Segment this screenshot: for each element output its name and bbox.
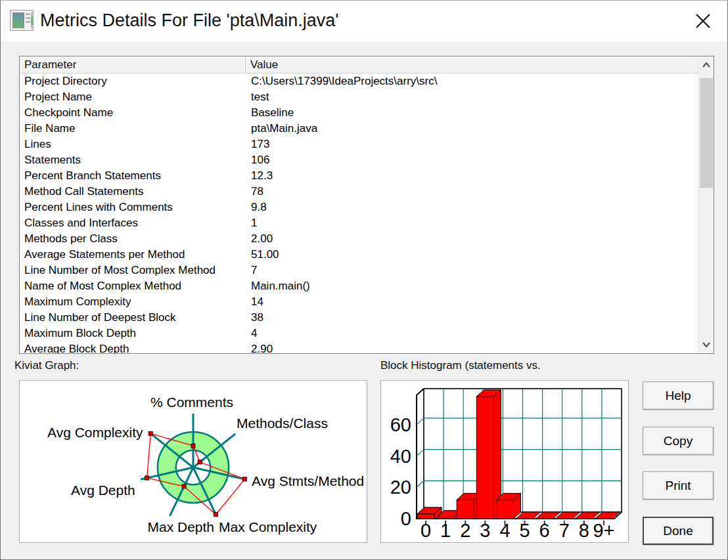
value-cell: 2.90: [251, 341, 273, 353]
kiviat-graph-label: Kiviat Graph:: [14, 359, 79, 372]
table-row: Lines173: [20, 137, 698, 152]
metrics-details-dialog: Metrics Details For File 'pta\Main.java'…: [0, 0, 728, 560]
parameter-cell: Checkpoint Name: [24, 105, 113, 121]
value-cell: Main.main(): [251, 278, 310, 294]
parameter-cell: Line Number of Most Complex Method: [24, 263, 216, 278]
table-row: Project DirectoryC:\Users\17399\IdeaProj…: [20, 74, 698, 89]
table-row: Line Number of Most Complex Method7: [20, 263, 698, 278]
table-header: Parameter Value: [20, 56, 698, 74]
table-row: Average Statements per Method51.00: [20, 247, 698, 263]
close-icon: [693, 11, 713, 31]
table-row: Percent Lines with Comments9.8: [20, 200, 698, 215]
svg-text:4: 4: [499, 520, 510, 541]
table-row: Statements106: [20, 152, 698, 168]
value-cell: 14: [251, 294, 263, 310]
value-cell: 106: [251, 152, 269, 168]
value-cell: 173: [251, 137, 269, 152]
parameter-cell: Project Name: [24, 89, 92, 105]
table-row: Checkpoint NameBaseline: [20, 105, 698, 121]
app-icon-bar: [31, 12, 33, 29]
value-column-header[interactable]: Value: [246, 56, 698, 73]
table-row: Line Number of Deepest Block38: [20, 310, 698, 326]
svg-text:40: 40: [390, 446, 411, 467]
svg-text:Max Complexity: Max Complexity: [219, 519, 317, 534]
svg-text:1: 1: [440, 520, 451, 541]
chevron-up-icon: [702, 62, 711, 68]
print-button[interactable]: Print: [643, 471, 714, 500]
metrics-table[interactable]: Parameter Value Project DirectoryC:\User…: [19, 56, 714, 354]
parameter-cell: Methods per Class: [24, 231, 118, 247]
parameter-cell: Method Call Statements: [24, 184, 143, 200]
svg-text:Avg Depth: Avg Depth: [71, 483, 135, 498]
value-cell: Baseline: [251, 105, 294, 121]
scrollbar-thumb[interactable]: [700, 78, 713, 188]
svg-text:0: 0: [421, 520, 431, 541]
table-row: File Namepta\Main.java: [20, 121, 698, 137]
svg-text:Avg Stmts/Method: Avg Stmts/Method: [252, 473, 364, 488]
parameter-cell: File Name: [24, 121, 75, 137]
table-row: Maximum Block Depth4: [20, 326, 698, 341]
value-cell: 7: [251, 263, 257, 278]
kiviat-radar-chart: % CommentsMethods/ClassAvg Stmts/MethodM…: [20, 381, 367, 542]
table-row: Project Nametest: [20, 89, 698, 105]
svg-text:2: 2: [460, 520, 470, 541]
svg-text:8: 8: [579, 520, 589, 541]
svg-text:60: 60: [390, 414, 411, 435]
value-cell: 2.00: [251, 231, 273, 247]
parameter-cell: Lines: [24, 137, 51, 152]
value-cell: test: [251, 89, 269, 105]
value-cell: 9.8: [251, 200, 267, 215]
done-button[interactable]: Done: [643, 517, 714, 545]
table-row: Maximum Complexity14: [20, 294, 698, 310]
svg-text:Methods/Class: Methods/Class: [237, 416, 328, 431]
value-cell: 78: [251, 184, 263, 200]
value-cell: 12.3: [251, 168, 273, 184]
table-row: Average Block Depth2.90: [20, 341, 698, 353]
table-row: Percent Branch Statements12.3: [20, 168, 698, 184]
svg-text:% Comments: % Comments: [150, 395, 233, 410]
parameter-column-header[interactable]: Parameter: [20, 56, 246, 73]
window-title: Metrics Details For File 'pta\Main.java': [40, 11, 338, 31]
svg-text:6: 6: [539, 520, 550, 541]
parameter-cell: Maximum Complexity: [24, 294, 131, 310]
value-cell: C:\Users\17399\IdeaProjects\arry\src\: [251, 74, 437, 89]
scroll-up-button[interactable]: [698, 56, 714, 74]
value-cell: 1: [251, 215, 257, 231]
close-button[interactable]: [691, 9, 716, 33]
vertical-scrollbar[interactable]: [698, 56, 714, 353]
table-row: Name of Most Complex MethodMain.main(): [20, 278, 698, 294]
scroll-down-button[interactable]: [698, 336, 714, 353]
svg-text:Avg Complexity: Avg Complexity: [47, 425, 143, 440]
svg-text:Max Depth: Max Depth: [147, 519, 214, 534]
parameter-cell: Name of Most Complex Method: [24, 278, 181, 294]
parameter-cell: Percent Branch Statements: [24, 168, 161, 184]
parameter-cell: Statements: [24, 152, 81, 168]
parameter-cell: Line Number of Deepest Block: [24, 310, 176, 326]
parameter-cell: Percent Lines with Comments: [24, 200, 173, 215]
value-cell: 4: [251, 326, 257, 341]
copy-button[interactable]: Copy: [643, 427, 714, 455]
metrics-app-icon: [10, 10, 34, 31]
kiviat-graph-panel: % CommentsMethods/ClassAvg Stmts/MethodM…: [19, 380, 367, 543]
app-icon-chart-pane: [12, 12, 24, 28]
svg-text:0: 0: [401, 508, 411, 529]
chevron-down-icon: [702, 341, 711, 348]
svg-text:3: 3: [480, 520, 490, 541]
value-cell: 51.00: [251, 247, 279, 263]
svg-text:7: 7: [559, 520, 570, 541]
block-histogram-label: Block Histogram (statements vs.: [380, 359, 541, 372]
svg-text:5: 5: [519, 520, 530, 541]
svg-text:9+: 9+: [593, 520, 614, 541]
app-icon-list-pane: [26, 13, 30, 28]
block-histogram-chart: 0123456789+0204060: [381, 381, 628, 542]
block-histogram-panel: 0123456789+0204060: [380, 380, 629, 543]
parameter-cell: Classes and Interfaces: [24, 215, 138, 231]
metrics-table-body: Project DirectoryC:\Users\17399\IdeaProj…: [20, 74, 698, 353]
value-cell: 38: [251, 310, 263, 326]
value-cell: pta\Main.java: [251, 121, 317, 137]
titlebar: Metrics Details For File 'pta\Main.java': [1, 1, 727, 41]
parameter-cell: Average Block Depth: [24, 341, 129, 353]
help-button[interactable]: Help: [643, 381, 714, 410]
table-row: Methods per Class2.00: [20, 231, 698, 247]
parameter-cell: Project Directory: [24, 74, 107, 89]
